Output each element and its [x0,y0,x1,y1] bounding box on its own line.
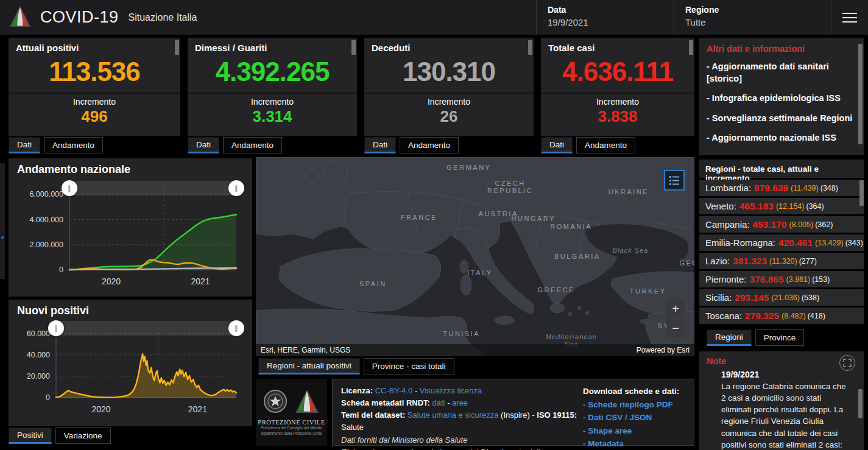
svg-text:40.000: 40.000 [27,351,50,359]
region-row-toscana[interactable]: Toscana: 279.325 (8.482) (418) [699,308,864,324]
tab-province[interactable]: Province [755,329,805,346]
link-infografica-iss[interactable]: - Infografica epidemiologica ISS [707,93,853,105]
chart-area: 02.000.0004.000.0006.000.00020202021 ∥ ∥ [17,177,244,297]
svg-text:20.000: 20.000 [27,372,50,381]
dati-forniti-line: Dati forniti dal Ministero della Salute [341,434,580,446]
altri-dati-title: Altri dati e informazioni [707,44,853,54]
link-aggiornamento-nazionale-iss[interactable]: - Aggiornamento nazionale ISS [707,132,853,144]
protezione-civile-triangle-icon [294,388,320,417]
tab-regioni[interactable]: Regioni [707,329,752,346]
card-tabs: Dati Andamento [188,137,357,153]
card-scrollbar[interactable] [175,40,179,55]
card-scrollbar[interactable] [351,40,356,55]
link-aree[interactable]: aree [452,398,468,407]
date-selector[interactable]: Data 19/9/2021 [536,0,674,35]
card-scrollbar[interactable] [528,40,532,55]
increment-value: 496 [9,107,180,126]
region-selector[interactable]: Regione Tutte [674,0,806,35]
chart-title: Andamento nazionale [17,163,244,176]
card-tabs: Dati Andamento [364,137,534,153]
card-tabs: Dati Andamento [541,137,694,153]
slider-handle-left[interactable]: ∥ [62,180,77,196]
tab-positivi[interactable]: Positivi [9,427,52,444]
link-aggiornamento-dati-sanitari[interactable]: - Aggiornamento dati sanitari [storico] [707,61,853,85]
card-value: 4.392.265 [188,57,357,87]
expand-icon[interactable] [839,355,855,371]
increment-value: 3.838 [541,107,694,126]
metadati-label: Scheda metadati RNDT: [341,398,430,407]
time-range-slider[interactable]: ∥ ∥ [69,181,236,195]
tab-andamento[interactable]: Andamento [223,137,282,153]
slider-handle-right[interactable]: ∥ [228,180,244,196]
license-info: Licenza: CC-BY-4.0 - Visualizza licenza … [333,379,580,445]
region-row-lazio[interactable]: Lazio: 381.323 (11.320) (277) [699,253,864,269]
elaborazione-line: Elaborazione e gestione dati a cura del … [341,446,580,450]
tab-province-casi-totali[interactable]: Province - casi totali [364,358,454,374]
tab-andamento[interactable]: Andamento [44,137,103,153]
link-schede-pdf[interactable]: - Schede riepilogo PDF [583,398,694,412]
link-dati[interactable]: dati [432,398,445,407]
tab-dati[interactable]: Dati [364,137,396,153]
nuovi-positivi-card: Nuovi positivi 020.00040.00060.000202020… [9,300,252,426]
link-shape-aree[interactable]: - Shape aree [583,424,694,438]
map-zoom-out-button[interactable]: − [666,319,685,337]
link-dati-csv-json[interactable]: - Dati CSV / JSON [583,411,694,424]
slider-handle-right[interactable]: ∥ [228,320,244,336]
link-visualizza-licenza[interactable]: Visualizza licenza [420,386,482,395]
logo-subtitle-1: Presidenza del Consiglio dei Ministri [261,426,322,431]
region-row-emilia-romagna[interactable]: Emilia-Romagna: 420.461 (13.429) (343) [699,234,864,251]
chart-area: 020.00040.00060.00020202021 ∥ ∥ [17,318,244,422]
card-title: Dimessi / Guariti [188,38,357,53]
card-body: Attuali positivi 113.536 Incremento 496 [9,38,180,136]
collapsed-panel-edge[interactable] [0,163,5,279]
nuovi-positivi-tabs: Positivi Variazione [9,427,111,444]
hamburger-menu-icon[interactable] [831,0,868,35]
card-value: 113.536 [9,57,180,87]
europe-map[interactable]: GERMANY CZECH REPUBLIC UKRAINE FRANCE AU… [256,157,694,356]
card-value: 4.636.111 [541,57,694,87]
card-scrollbar[interactable] [689,40,693,55]
licenza-label: Licenza: [341,386,373,395]
card-value: 130.310 [364,57,534,87]
link-sorveglianza-regioni[interactable]: - Sorveglianza settimanale Regioni [707,113,853,125]
region-row-veneto[interactable]: Veneto: 465.183 (12.154) (364) [699,198,864,214]
card-dimessi-guariti: Dimessi / Guariti 4.392.265 Incremento 3… [188,38,357,153]
card-tabs: Dati Andamento [9,137,180,153]
note-title: Note [707,356,856,366]
region-row-lombardia[interactable]: Lombardia: 879.639 (11.439) (348) [699,180,864,196]
region-row-campania[interactable]: Campania: 453.170 (8.005) (362) [699,216,864,233]
increment-label: Incremento [188,97,357,107]
svg-text:2.000.000: 2.000.000 [29,241,63,249]
link-metadata[interactable]: - Metadata [583,437,694,450]
svg-text:2020: 2020 [91,404,110,414]
map-zoom-in-button[interactable]: + [666,300,685,318]
slider-handle-left[interactable]: ∥ [48,320,64,336]
regions-scrollbar[interactable] [859,180,864,206]
svg-text:2021: 2021 [188,404,207,414]
tab-dati[interactable]: Dati [188,137,219,153]
tab-dati[interactable]: Dati [541,137,573,153]
map-legend-button[interactable] [664,170,685,191]
card-attuali-positivi: Attuali positivi 113.536 Incremento 496 … [9,38,180,153]
link-cc-by[interactable]: CC-BY-4.0 [375,386,413,395]
temi-label: Temi del dataset: [341,410,405,420]
note-scrollbar[interactable] [858,389,863,418]
panel-scrollbar[interactable] [858,44,863,144]
tab-andamento[interactable]: Andamento [576,137,635,153]
region-row-sicilia[interactable]: Sicilia: 293.145 (21.036) (538) [699,289,864,306]
map-landmass [256,157,694,356]
svg-text:2020: 2020 [102,276,121,286]
app-logo-icon [9,5,32,30]
tab-regioni-attuali-positivi[interactable]: Regioni - attuali positivi [258,358,360,374]
map-tabs: Regioni - attuali positivi Province - ca… [258,358,454,374]
time-range-slider[interactable]: ∥ ∥ [56,321,236,336]
logo-subtitle-2: Dipartimento della Protezione Civile [261,431,322,436]
link-salute-umana[interactable]: Salute umana e sicurezza [408,410,499,420]
license-panel: Licenza: CC-BY-4.0 - Visualizza licenza … [332,379,694,446]
region-row-piemonte[interactable]: Piemonte: 376.865 (3.861) (153) [699,271,864,287]
protezione-civile-logo-box: PROTEZIONE CIVILE Presidenza del Consigl… [256,379,327,446]
tab-andamento[interactable]: Andamento [400,137,459,153]
tab-variazione[interactable]: Variazione [55,427,111,444]
region-label: Regione [685,5,806,15]
tab-dati[interactable]: Dati [9,137,40,153]
